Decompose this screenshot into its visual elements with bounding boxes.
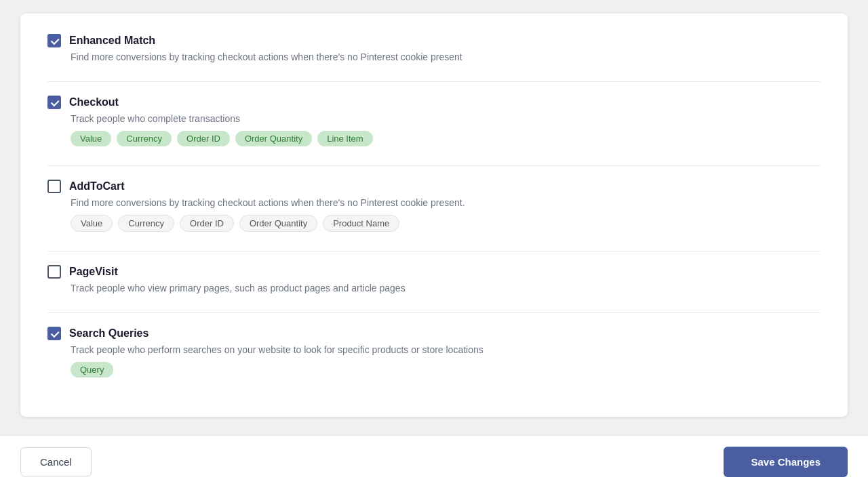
tag-value: Value (71, 215, 113, 232)
event-item-enhanced-match: Enhanced MatchFind more conversions by t… (47, 34, 821, 62)
event-title-checkout: Checkout (69, 96, 119, 108)
event-title-page-visit: PageVisit (69, 266, 118, 278)
tags-row-add-to-cart: ValueCurrencyOrder IDOrder QuantityProdu… (71, 215, 821, 232)
save-changes-button[interactable]: Save Changes (724, 447, 848, 477)
event-header-page-visit: PageVisit (47, 265, 821, 279)
tag-order-id: Order ID (177, 131, 230, 146)
event-description-page-visit: Track people who view primary pages, suc… (71, 283, 821, 293)
footer: Cancel Save Changes (0, 435, 868, 488)
tag-order-quantity: Order Quantity (239, 215, 317, 232)
event-header-add-to-cart: AddToCart (47, 180, 821, 193)
tag-value: Value (71, 131, 111, 146)
events-card: Enhanced MatchFind more conversions by t… (20, 14, 848, 417)
tag-product-name: Product Name (323, 215, 399, 232)
tag-order-id: Order ID (180, 215, 234, 232)
event-item-add-to-cart: AddToCartFind more conversions by tracki… (47, 180, 821, 232)
tags-row-search-queries: Query (71, 362, 821, 378)
divider (47, 251, 821, 251)
event-header-search-queries: Search Queries (47, 327, 821, 340)
divider (47, 165, 821, 166)
event-item-checkout: CheckoutTrack people who complete transa… (47, 96, 821, 146)
checkbox-enhanced-match[interactable] (47, 34, 61, 47)
event-description-add-to-cart: Find more conversions by tracking checko… (71, 197, 821, 208)
event-title-enhanced-match: Enhanced Match (69, 35, 155, 47)
event-header-enhanced-match: Enhanced Match (47, 34, 821, 47)
divider (47, 312, 821, 313)
divider (47, 81, 821, 82)
event-description-search-queries: Track people who perform searches on you… (71, 344, 821, 355)
tag-query: Query (71, 362, 113, 378)
event-description-enhanced-match: Find more conversions by tracking checko… (71, 52, 821, 62)
checkbox-checkout[interactable] (47, 96, 61, 109)
tag-order-quantity: Order Quantity (235, 131, 312, 146)
event-item-page-visit: PageVisitTrack people who view primary p… (47, 265, 821, 293)
tag-currency: Currency (118, 215, 174, 232)
event-description-checkout: Track people who complete transactions (71, 113, 821, 124)
event-title-search-queries: Search Queries (69, 327, 149, 340)
event-title-add-to-cart: AddToCart (69, 180, 124, 192)
event-header-checkout: Checkout (47, 96, 821, 109)
tag-currency: Currency (117, 131, 172, 146)
event-item-search-queries: Search QueriesTrack people who perform s… (47, 327, 821, 378)
checkbox-page-visit[interactable] (47, 265, 61, 279)
tags-row-checkout: ValueCurrencyOrder IDOrder QuantityLine … (71, 131, 821, 146)
tag-line-item: Line Item (317, 131, 372, 146)
checkbox-search-queries[interactable] (47, 327, 61, 340)
cancel-button[interactable]: Cancel (20, 447, 92, 476)
checkbox-add-to-cart[interactable] (47, 180, 61, 193)
